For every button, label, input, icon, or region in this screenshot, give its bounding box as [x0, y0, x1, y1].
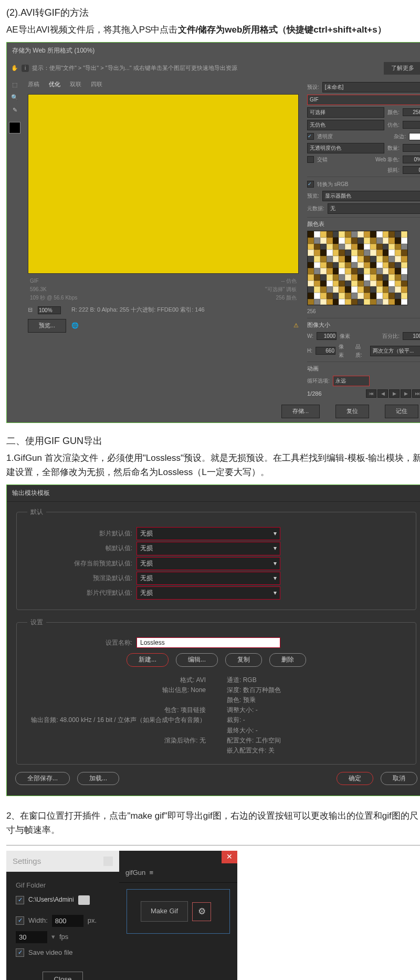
- height-input[interactable]: [316, 347, 335, 355]
- om-row-select[interactable]: 无损▾: [136, 542, 280, 555]
- web-input[interactable]: [403, 156, 420, 163]
- width-input[interactable]: [52, 915, 83, 927]
- ps-dialog: 存储为 Web 所用格式 (100%) ✋ i 提示：使用"文件" > "导出"…: [6, 42, 420, 423]
- hand-icon[interactable]: ✋: [11, 64, 18, 73]
- settings-close-icon[interactable]: [103, 857, 113, 866]
- edit-button[interactable]: 编辑...: [176, 653, 218, 666]
- copy-button[interactable]: 复制: [225, 653, 262, 666]
- section-title: (2).AVI转GIF的方法: [6, 5, 420, 20]
- width-label: Width:: [28, 915, 48, 926]
- format-select[interactable]: GIF: [307, 95, 420, 105]
- pct-input[interactable]: [403, 332, 420, 340]
- colors-input[interactable]: [403, 108, 420, 116]
- info-icon: i: [22, 65, 29, 72]
- om-info-line: 包含: 项目链接: [27, 705, 206, 715]
- dither-select[interactable]: 无仿色: [307, 120, 384, 130]
- algo-select[interactable]: 可选择: [307, 107, 384, 118]
- color-table[interactable]: [307, 231, 408, 305]
- w-label: W:: [307, 332, 313, 341]
- amount-input[interactable]: [403, 144, 420, 152]
- size-readout: 596.3K: [30, 285, 77, 294]
- make-gif-button[interactable]: Make Gif: [141, 901, 188, 922]
- close-button[interactable]: Close: [43, 972, 82, 980]
- hamburger-icon[interactable]: ≡: [150, 869, 154, 876]
- zoom-input[interactable]: [38, 306, 61, 314]
- tab-2up[interactable]: 双联: [70, 80, 81, 89]
- om-row-select[interactable]: 无损▾: [136, 527, 280, 540]
- om-info-line: 渲染后动作: 无: [27, 736, 206, 746]
- intro-line: AE导出AVI视频文件后，将其拖入PS中点击文件/储存为web所用格式（快捷键c…: [6, 23, 420, 37]
- width-unit: px.: [88, 915, 97, 926]
- cancel-button[interactable]: 取消: [381, 772, 417, 785]
- interlace-checkbox[interactable]: [307, 156, 314, 163]
- transparency-checkbox[interactable]: [307, 133, 314, 140]
- preview-tabs: 原稿 优化 双联 四联: [23, 78, 304, 91]
- fps-input[interactable]: [16, 931, 47, 943]
- new-button[interactable]: 新建...: [127, 653, 169, 666]
- dither-input[interactable]: [403, 121, 420, 129]
- width-checkbox[interactable]: ✓: [16, 916, 24, 925]
- folder-icon[interactable]: [78, 895, 90, 905]
- w-unit: 像素: [340, 332, 350, 341]
- om-info-line: 输出音频: 48.000 kHz / 16 bit / 立体声（如果合成中含有音…: [27, 715, 206, 725]
- trans-dither-select[interactable]: 无透明度仿色: [307, 143, 384, 153]
- fps-label: fps: [59, 932, 68, 943]
- om-defaults-legend: 默认: [27, 507, 46, 517]
- quality-select[interactable]: 两次立方（较平...: [370, 346, 420, 356]
- eyedropper-tool-icon[interactable]: ✎: [10, 106, 19, 115]
- browser-icon[interactable]: 🌐: [71, 321, 79, 331]
- play-icon[interactable]: ▶: [389, 389, 400, 398]
- loop-select[interactable]: 永远: [333, 376, 370, 386]
- ps-tools: ⬚ 🔍 ✎: [7, 78, 23, 400]
- meta-select[interactable]: 无: [328, 203, 420, 214]
- colors-readout: 256 颜色: [265, 294, 297, 302]
- width-input[interactable]: [317, 332, 337, 340]
- loop-label: 循环选项:: [307, 377, 330, 385]
- name-input[interactable]: [136, 637, 280, 648]
- first-frame-icon[interactable]: ⏮: [366, 389, 376, 398]
- folder-checkbox[interactable]: ✓: [16, 896, 24, 904]
- zoom-tool-icon[interactable]: 🔍: [10, 94, 19, 102]
- gear-icon[interactable]: ⚙: [192, 902, 211, 921]
- delete-button[interactable]: 删除: [269, 653, 306, 666]
- zoom-out-icon[interactable]: ⊟: [28, 305, 33, 315]
- remember-button[interactable]: 记住: [385, 405, 418, 418]
- next-frame-icon[interactable]: ▶: [401, 389, 411, 398]
- prev-frame-icon[interactable]: ◀: [377, 389, 388, 398]
- panel-close-icon[interactable]: ✕: [222, 851, 237, 863]
- interlace-label: 交错: [317, 156, 328, 164]
- loss-input[interactable]: [403, 166, 420, 174]
- om-info-line: 配置文件: 工作空间: [227, 736, 405, 746]
- om-info-line: [27, 726, 206, 736]
- anim-title: 动画: [307, 362, 420, 374]
- om-row-select[interactable]: 无损▾: [136, 572, 280, 585]
- selection-tool-icon[interactable]: ⬚: [10, 81, 19, 89]
- save-video-checkbox[interactable]: ✓: [16, 948, 24, 957]
- om-row-select[interactable]: 无损▾: [136, 586, 280, 600]
- preset-select[interactable]: [未命名]: [322, 82, 420, 92]
- gifgun-panel: ✕ gifGun ≡ Make Gif ⚙: [119, 851, 237, 980]
- learn-more-link[interactable]: 了解更多: [384, 62, 420, 75]
- color-swatch[interactable]: [9, 122, 20, 133]
- preview-button[interactable]: 预览...: [28, 319, 66, 333]
- srgb-checkbox[interactable]: [307, 181, 314, 188]
- ok-button[interactable]: 确定: [337, 772, 373, 785]
- om-info-line: 裁剪: -: [227, 715, 405, 725]
- ps-settings-panel: 预设:[未命名] GIF 可选择颜色: 无仿色仿色: 透明度杂边: 无透明度仿色…: [304, 78, 420, 400]
- last-frame-icon[interactable]: ⏭: [412, 389, 420, 398]
- save-all-button[interactable]: 全部保存...: [15, 772, 70, 785]
- gifgun-title: gifGun: [125, 869, 145, 876]
- load-button[interactable]: 加载...: [77, 772, 119, 785]
- om-info-line: 格式: AVI: [27, 675, 206, 685]
- om-row-label: 保存当前预览默认值:: [27, 559, 132, 569]
- om-row-label: 影片默认值:: [27, 529, 132, 539]
- tab-optimized[interactable]: 优化: [49, 80, 60, 89]
- preview-select[interactable]: 显示器颜色: [322, 191, 420, 201]
- tab-original[interactable]: 原稿: [28, 80, 39, 89]
- matte-swatch[interactable]: [409, 133, 420, 140]
- tab-4up[interactable]: 四联: [91, 80, 102, 89]
- intro-bold: 文件/储存为web所用格式（快捷键ctrl+shift+alt+s）: [178, 25, 386, 35]
- reset-button[interactable]: 复位: [335, 405, 369, 418]
- save-button[interactable]: 存储...: [281, 405, 320, 418]
- om-row-select[interactable]: 无损▾: [136, 557, 280, 570]
